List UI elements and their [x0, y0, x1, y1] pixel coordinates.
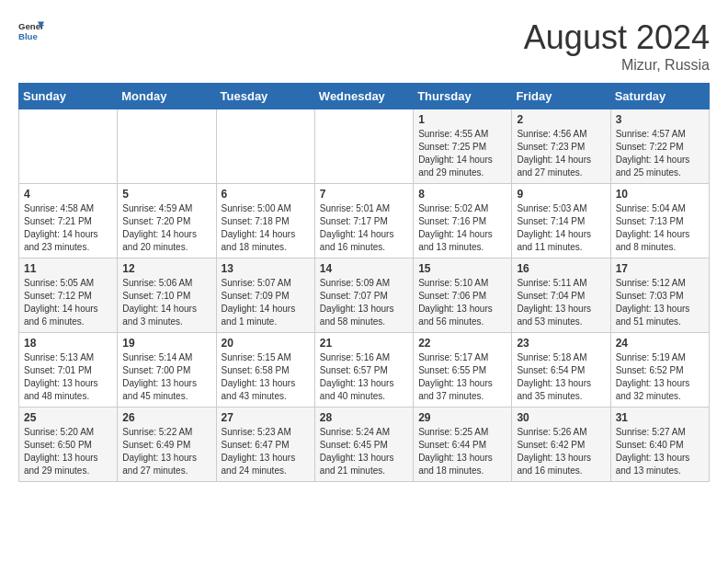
calendar-cell: 29Sunrise: 5:25 AM Sunset: 6:44 PM Dayli… — [414, 408, 512, 482]
day-number: 7 — [320, 188, 408, 201]
day-number: 20 — [222, 337, 310, 350]
day-info: Sunrise: 5:01 AM Sunset: 7:17 PM Dayligh… — [320, 202, 408, 254]
week-row-1: 1Sunrise: 4:55 AM Sunset: 7:25 PM Daylig… — [19, 109, 710, 184]
day-number: 8 — [418, 188, 506, 201]
calendar-cell: 14Sunrise: 5:09 AM Sunset: 7:07 PM Dayli… — [314, 259, 413, 333]
calendar-cell: 3Sunrise: 4:57 AM Sunset: 7:22 PM Daylig… — [610, 109, 709, 184]
calendar-cell: 9Sunrise: 5:03 AM Sunset: 7:14 PM Daylig… — [512, 184, 610, 259]
calendar-cell — [19, 109, 118, 184]
month-year-title: August 2024 — [524, 18, 710, 57]
calendar-cell: 10Sunrise: 5:04 AM Sunset: 7:13 PM Dayli… — [610, 184, 709, 259]
day-info: Sunrise: 5:25 AM Sunset: 6:44 PM Dayligh… — [418, 426, 506, 477]
calendar-cell: 8Sunrise: 5:02 AM Sunset: 7:16 PM Daylig… — [414, 184, 512, 259]
calendar-cell: 28Sunrise: 5:24 AM Sunset: 6:45 PM Dayli… — [314, 408, 413, 482]
day-number: 29 — [418, 411, 506, 424]
day-number: 25 — [24, 411, 112, 424]
calendar-table: SundayMondayTuesdayWednesdayThursdayFrid… — [18, 83, 710, 482]
calendar-cell: 15Sunrise: 5:10 AM Sunset: 7:06 PM Dayli… — [414, 259, 512, 333]
title-area: August 2024 Mizur, Russia — [524, 18, 710, 74]
day-info: Sunrise: 5:20 AM Sunset: 6:50 PM Dayligh… — [24, 426, 112, 477]
logo-icon: General Blue — [18, 18, 44, 44]
weekday-header-row: SundayMondayTuesdayWednesdayThursdayFrid… — [19, 84, 710, 109]
day-number: 4 — [24, 188, 112, 201]
day-info: Sunrise: 5:03 AM Sunset: 7:14 PM Dayligh… — [517, 202, 605, 254]
day-info: Sunrise: 5:09 AM Sunset: 7:07 PM Dayligh… — [320, 277, 408, 328]
day-number: 27 — [222, 411, 310, 424]
day-info: Sunrise: 4:57 AM Sunset: 7:22 PM Dayligh… — [616, 128, 704, 179]
calendar-cell: 20Sunrise: 5:15 AM Sunset: 6:58 PM Dayli… — [216, 333, 314, 408]
day-number: 3 — [616, 113, 704, 126]
calendar-cell: 25Sunrise: 5:20 AM Sunset: 6:50 PM Dayli… — [19, 408, 118, 482]
day-number: 15 — [418, 262, 506, 275]
svg-text:Blue: Blue — [18, 31, 38, 41]
day-info: Sunrise: 5:13 AM Sunset: 7:01 PM Dayligh… — [24, 351, 112, 403]
day-number: 28 — [320, 411, 408, 424]
day-number: 13 — [222, 262, 310, 275]
day-info: Sunrise: 5:05 AM Sunset: 7:12 PM Dayligh… — [24, 277, 112, 328]
location-label: Mizur, Russia — [524, 57, 710, 74]
weekday-header-sunday: Sunday — [19, 84, 118, 109]
calendar-cell: 5Sunrise: 4:59 AM Sunset: 7:20 PM Daylig… — [118, 184, 216, 259]
day-number: 6 — [222, 188, 310, 201]
day-number: 31 — [616, 411, 704, 424]
calendar-cell — [216, 109, 314, 184]
week-row-3: 11Sunrise: 5:05 AM Sunset: 7:12 PM Dayli… — [19, 259, 710, 333]
day-number: 5 — [122, 188, 210, 201]
calendar-cell: 22Sunrise: 5:17 AM Sunset: 6:55 PM Dayli… — [414, 333, 512, 408]
calendar-cell: 27Sunrise: 5:23 AM Sunset: 6:47 PM Dayli… — [216, 408, 314, 482]
day-number: 21 — [320, 337, 408, 350]
day-number: 18 — [24, 337, 112, 350]
day-info: Sunrise: 5:16 AM Sunset: 6:57 PM Dayligh… — [320, 351, 408, 403]
day-number: 16 — [517, 262, 605, 275]
weekday-header-saturday: Saturday — [610, 84, 709, 109]
day-info: Sunrise: 5:11 AM Sunset: 7:04 PM Dayligh… — [517, 277, 605, 328]
day-number: 24 — [616, 337, 704, 350]
day-info: Sunrise: 5:07 AM Sunset: 7:09 PM Dayligh… — [222, 277, 310, 328]
calendar-cell: 1Sunrise: 4:55 AM Sunset: 7:25 PM Daylig… — [414, 109, 512, 184]
day-info: Sunrise: 4:59 AM Sunset: 7:20 PM Dayligh… — [122, 202, 210, 254]
day-info: Sunrise: 4:55 AM Sunset: 7:25 PM Dayligh… — [418, 128, 506, 179]
calendar-cell: 2Sunrise: 4:56 AM Sunset: 7:23 PM Daylig… — [512, 109, 610, 184]
calendar-cell: 4Sunrise: 4:58 AM Sunset: 7:21 PM Daylig… — [19, 184, 118, 259]
calendar-cell: 31Sunrise: 5:27 AM Sunset: 6:40 PM Dayli… — [610, 408, 709, 482]
day-number: 17 — [616, 262, 704, 275]
week-row-2: 4Sunrise: 4:58 AM Sunset: 7:21 PM Daylig… — [19, 184, 710, 259]
day-number: 30 — [517, 411, 605, 424]
day-info: Sunrise: 5:18 AM Sunset: 6:54 PM Dayligh… — [517, 351, 605, 403]
calendar-cell: 23Sunrise: 5:18 AM Sunset: 6:54 PM Dayli… — [512, 333, 610, 408]
calendar-cell: 12Sunrise: 5:06 AM Sunset: 7:10 PM Dayli… — [118, 259, 216, 333]
day-number: 10 — [616, 188, 704, 201]
calendar-cell: 21Sunrise: 5:16 AM Sunset: 6:57 PM Dayli… — [314, 333, 413, 408]
weekday-header-wednesday: Wednesday — [314, 84, 413, 109]
day-number: 23 — [517, 337, 605, 350]
header: General Blue August 2024 Mizur, Russia — [18, 18, 710, 74]
calendar-cell — [314, 109, 413, 184]
calendar-cell: 30Sunrise: 5:26 AM Sunset: 6:42 PM Dayli… — [512, 408, 610, 482]
day-info: Sunrise: 5:02 AM Sunset: 7:16 PM Dayligh… — [418, 202, 506, 254]
calendar-cell: 16Sunrise: 5:11 AM Sunset: 7:04 PM Dayli… — [512, 259, 610, 333]
calendar-cell: 24Sunrise: 5:19 AM Sunset: 6:52 PM Dayli… — [610, 333, 709, 408]
weekday-header-thursday: Thursday — [414, 84, 512, 109]
day-info: Sunrise: 5:24 AM Sunset: 6:45 PM Dayligh… — [320, 426, 408, 477]
day-info: Sunrise: 5:19 AM Sunset: 6:52 PM Dayligh… — [616, 351, 704, 403]
calendar-cell: 26Sunrise: 5:22 AM Sunset: 6:49 PM Dayli… — [118, 408, 216, 482]
calendar-cell: 11Sunrise: 5:05 AM Sunset: 7:12 PM Dayli… — [19, 259, 118, 333]
day-info: Sunrise: 5:12 AM Sunset: 7:03 PM Dayligh… — [616, 277, 704, 328]
day-info: Sunrise: 4:56 AM Sunset: 7:23 PM Dayligh… — [517, 128, 605, 179]
weekday-header-monday: Monday — [118, 84, 216, 109]
week-row-5: 25Sunrise: 5:20 AM Sunset: 6:50 PM Dayli… — [19, 408, 710, 482]
day-info: Sunrise: 5:17 AM Sunset: 6:55 PM Dayligh… — [418, 351, 506, 403]
weekday-header-friday: Friday — [512, 84, 610, 109]
day-number: 12 — [122, 262, 210, 275]
calendar-cell: 13Sunrise: 5:07 AM Sunset: 7:09 PM Dayli… — [216, 259, 314, 333]
day-number: 22 — [418, 337, 506, 350]
day-info: Sunrise: 5:00 AM Sunset: 7:18 PM Dayligh… — [222, 202, 310, 254]
day-number: 26 — [122, 411, 210, 424]
day-info: Sunrise: 5:04 AM Sunset: 7:13 PM Dayligh… — [616, 202, 704, 254]
day-number: 14 — [320, 262, 408, 275]
calendar-cell: 18Sunrise: 5:13 AM Sunset: 7:01 PM Dayli… — [19, 333, 118, 408]
calendar-cell — [118, 109, 216, 184]
logo: General Blue — [18, 18, 44, 44]
day-number: 9 — [517, 188, 605, 201]
calendar-cell: 19Sunrise: 5:14 AM Sunset: 7:00 PM Dayli… — [118, 333, 216, 408]
